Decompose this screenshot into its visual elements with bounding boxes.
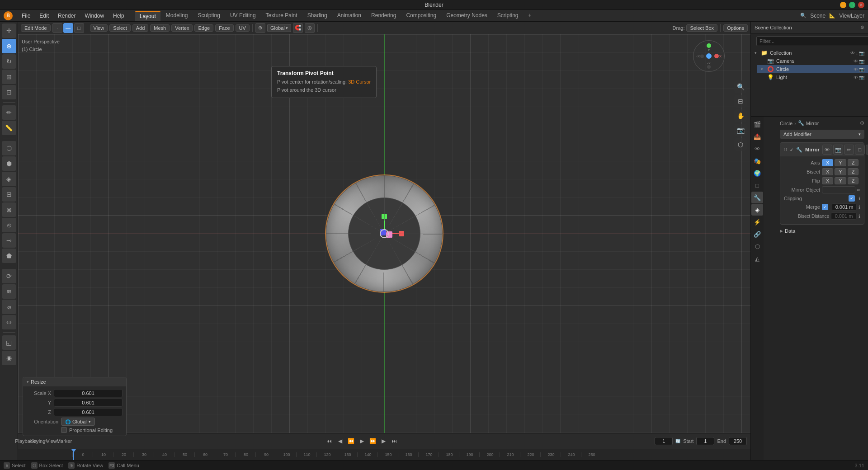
modifier-enabled[interactable]: ✓ [790,147,793,152]
flip-x-btn[interactable]: X [822,177,833,184]
minimize-button[interactable]: — [840,2,846,8]
tab-modeling[interactable]: Modeling [161,11,193,21]
menu-render[interactable]: Render [54,12,79,20]
prop-tab-constraints[interactable]: 🔗 [751,228,763,240]
prop-tab-output[interactable]: 📤 [751,131,763,142]
fast-forward-btn[interactable]: ⏩ [368,437,377,446]
add-menu[interactable]: Add [132,24,149,32]
tab-layout[interactable]: Layout [135,11,160,21]
bisect-y-btn[interactable]: Y [835,168,846,175]
add-modifier-btn[interactable]: Add Modifier ▾ [780,130,864,139]
vertex-menu[interactable]: Vertex [171,24,193,32]
clipping-info[interactable]: ℹ [859,196,860,201]
face-menu[interactable]: Face [215,24,233,32]
proportional-checkbox[interactable] [61,427,67,433]
merge-info[interactable]: ℹ [859,205,860,210]
prop-tab-modifier[interactable]: 🔧 [751,192,763,203]
annotate-tool[interactable]: ✏ [2,105,16,120]
camera-view-btn[interactable]: 📷 [734,124,747,136]
bisect-tool[interactable]: ⊸ [2,233,16,248]
camera-render[interactable]: 📷 [859,59,864,64]
orientation-value[interactable]: 🌐 Global ▾ [61,418,95,426]
menu-edit[interactable]: Edit [36,12,52,20]
marker-menu[interactable]: Marker [60,437,69,446]
gizmo-center[interactable] [380,229,389,238]
move-tool[interactable]: ⊕ [2,39,16,53]
prop-tab-material[interactable]: ◭ [751,253,763,264]
zoom-in-btn[interactable]: 🔍 [734,80,747,93]
flip-z-btn[interactable]: Z [848,177,859,184]
nav-circle[interactable]: Y -Y X -X [693,40,725,72]
prop-tab-object[interactable]: □ [751,179,763,191]
bisect-dist-value[interactable]: 0.001 m [831,212,857,220]
tab-shading[interactable]: Shading [303,11,332,21]
randomize-tool[interactable]: ⌀ [2,300,16,314]
prop-tab-world[interactable]: 🌍 [751,167,763,179]
menu-help[interactable]: Help [109,12,128,20]
gizmo-z-handle[interactable] [380,229,386,235]
flip-y-btn[interactable]: Y [835,177,846,184]
outliner-item-camera[interactable]: 📷 Camera 👁 📷 [757,57,868,65]
options-btn[interactable]: Options [723,24,748,32]
transform-gizmo[interactable] [366,216,402,252]
tab-rendering[interactable]: Rendering [367,11,401,21]
knife-tool[interactable]: ⎋ [2,218,16,232]
bisect-z-btn[interactable]: Z [848,168,859,175]
outliner-search[interactable] [756,36,868,46]
merge-value[interactable]: 0.001 m [832,203,857,211]
measure-tool[interactable]: 📏 [2,121,16,135]
gizmo-x-handle[interactable] [399,231,404,236]
menu-window[interactable]: Window [81,12,108,20]
prev-frame-btn[interactable]: ◀ [335,437,344,446]
mirror-object-edit[interactable]: ✏ [857,188,860,193]
maximize-button[interactable]: □ [849,2,855,8]
view-menu[interactable]: View [90,24,108,32]
prop-tab-data[interactable]: ⬡ [751,240,763,252]
tab-add[interactable]: + [524,11,536,21]
edit-mode-dropdown[interactable]: Edit Mode [21,24,51,32]
scale-z-input[interactable] [54,408,123,416]
slide-tool[interactable]: ⇔ [2,315,16,329]
axis-x-btn[interactable]: X [822,159,833,166]
viewport[interactable]: User Perspective (1) Circle [18,34,750,433]
to-sphere-tool[interactable]: ◉ [2,351,16,365]
tab-animation[interactable]: Animation [333,11,366,21]
collection-vis[interactable]: 👁 [850,51,855,56]
bisect-dist-info[interactable]: ℹ [859,214,860,219]
poly-build-tool[interactable]: ⬟ [2,249,16,263]
shear-tool[interactable]: ◱ [2,335,16,350]
tab-uv-editing[interactable]: UV Editing [226,11,260,21]
smooth-tool[interactable]: ≋ [2,284,16,299]
circle-vis[interactable]: 👁 [854,67,858,72]
axis-z-btn[interactable]: Z [848,159,859,166]
modifier-cage[interactable]: □ [855,145,865,155]
spin-tool[interactable]: ⟳ [2,269,16,283]
view-menu[interactable]: View [47,437,56,446]
edge-menu[interactable]: Edge [194,24,213,32]
rewind-btn[interactable]: ⏪ [346,437,355,446]
modifier-drag[interactable]: ⠿ [784,147,787,152]
modifier-apply[interactable]: ⋯ [866,145,868,155]
jump-end-btn[interactable]: ⏭ [390,437,399,446]
render-region-btn[interactable]: ⬡ [734,138,747,151]
next-frame-btn[interactable]: ▶ [379,437,388,446]
snap-btn[interactable]: 🧲 [293,23,303,33]
uv-menu[interactable]: UV [236,24,250,32]
loop-cut-tool[interactable]: ⊟ [2,187,16,202]
navigation-gizmo[interactable]: Y -Y X -X [691,38,727,74]
tab-compositing[interactable]: Compositing [401,11,441,21]
scale-y-input[interactable] [54,399,123,407]
scale-x-input[interactable] [54,389,123,397]
prop-tab-render[interactable]: 🎬 [751,118,763,130]
outliner-item-circle[interactable]: ▾ ⭕ Circle 👁 📷 [757,65,868,73]
menu-file[interactable]: File [18,12,34,20]
orientation-dropdown[interactable]: Global ▾ [267,24,291,32]
data-section[interactable]: ▶ Data [780,228,864,234]
merge-checkbox[interactable]: ✓ [822,204,828,210]
rotate-tool[interactable]: ↻ [2,54,16,69]
play-btn[interactable]: ▶ [357,437,366,446]
transform-pivot-btn[interactable]: ⊕ [255,23,265,33]
start-frame-input[interactable] [696,437,714,445]
tab-scripting[interactable]: Scripting [493,11,523,21]
playback-menu[interactable]: Playback ▾ [22,437,31,446]
